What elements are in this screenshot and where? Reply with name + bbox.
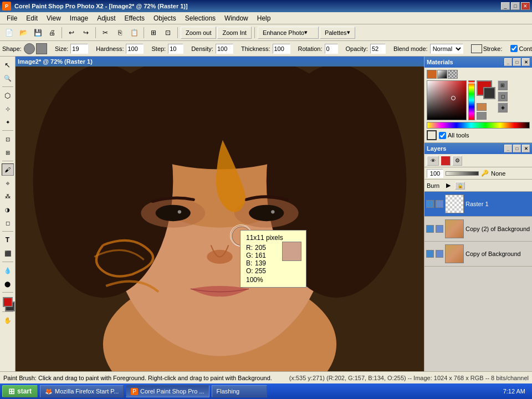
tab-gradient-icon[interactable] [437, 70, 447, 79]
taskbar-item-psp[interactable]: P Corel Paint Shop Pro ... [126, 385, 209, 397]
tool-text[interactable]: T [2, 234, 14, 246]
copy-button[interactable]: ⎘ [113, 27, 126, 39]
layers-maximize-button[interactable]: □ [513, 145, 521, 152]
menu-effects[interactable]: Effects [120, 13, 149, 23]
materials-maximize-button[interactable]: □ [513, 58, 521, 66]
tool-color-replace[interactable]: ⬤ [2, 278, 14, 290]
tab-color-icon[interactable] [427, 70, 437, 79]
layer-item-copy[interactable]: Copy of Background [424, 242, 532, 267]
menu-view[interactable]: View [42, 13, 65, 23]
hue-strip[interactable] [468, 80, 475, 120]
tool-eraser[interactable]: ◻ [2, 217, 14, 229]
layers-visibility-icon[interactable]: 👁 [427, 156, 439, 166]
layers-delete-button[interactable] [441, 156, 451, 166]
foreground-color-box[interactable] [3, 297, 13, 307]
layer-vis2-1[interactable] [436, 200, 443, 208]
tool-arrow[interactable]: ↖ [2, 59, 14, 71]
all-tools-checkbox[interactable] [439, 132, 446, 139]
paste-button[interactable]: 📋 [127, 27, 141, 39]
density-input[interactable] [216, 44, 233, 54]
tool-clone[interactable]: ⎆ [2, 177, 14, 189]
redo-button[interactable]: ↪ [79, 27, 93, 39]
layer-item-raster1[interactable]: Raster 1 [424, 192, 532, 217]
tool-shapes[interactable]: ⬛ [2, 247, 14, 259]
sat-val-container[interactable] [427, 80, 467, 120]
palettes-button[interactable]: Palettes▾ [320, 27, 355, 39]
hardness-input[interactable] [126, 44, 144, 54]
menu-help[interactable]: Help [253, 13, 275, 23]
undo-button[interactable]: ↩ [65, 27, 78, 39]
titlebar-controls[interactable]: _ □ ✕ [501, 2, 530, 10]
stroke-swatch[interactable] [471, 44, 482, 53]
menu-image[interactable]: Image [65, 13, 93, 23]
tool-magic-wand[interactable]: ✦ [2, 116, 14, 128]
materials-minimize-button[interactable]: _ [504, 58, 512, 66]
tool-crop[interactable]: ⊡ [2, 133, 14, 145]
maximize-button[interactable]: □ [511, 2, 520, 10]
shape-square[interactable] [36, 43, 47, 54]
tool-pan[interactable]: ✋ [2, 314, 14, 326]
layer-vis2-3[interactable] [436, 250, 443, 258]
menu-window[interactable]: Window [220, 13, 253, 23]
cut-button[interactable]: ✂ [99, 27, 112, 39]
crop-button[interactable]: ⊡ [161, 27, 175, 39]
tool-selection[interactable]: ⬡ [2, 89, 14, 101]
blend-mode-select[interactable]: Normal Burn Dodge Multiply [430, 44, 463, 54]
menu-edit[interactable]: Edit [22, 13, 42, 23]
rotation-input[interactable] [325, 44, 338, 54]
recent-color-1[interactable] [477, 103, 487, 111]
layers-new-button[interactable]: ⚙ [452, 156, 462, 166]
layer-lock-button[interactable]: 🔒 [455, 182, 465, 190]
thickness-input[interactable] [273, 44, 290, 54]
all-tools-label[interactable]: All tools [439, 132, 469, 139]
layers-close-button[interactable]: ✕ [522, 145, 530, 152]
layer-item-copy2[interactable]: Copy (2) of Background [424, 217, 532, 242]
new-button[interactable]: 📄 [2, 27, 16, 39]
mat-tool-3[interactable]: ◈ [498, 103, 508, 112]
step-input[interactable] [168, 44, 183, 54]
background-swatch[interactable] [483, 87, 495, 99]
layer-vis-1[interactable] [426, 200, 434, 208]
layer-vis2-2[interactable] [436, 225, 443, 233]
enhance-photo-button[interactable]: Enhance Photo▾ [258, 27, 319, 39]
stroke-swatch-mat[interactable] [427, 130, 437, 140]
opacity-slider[interactable] [446, 171, 479, 176]
tool-smear[interactable]: ⁂ [2, 190, 14, 202]
zoom-out-button[interactable]: Zoom out [181, 27, 216, 39]
tool-paint-brush[interactable]: 🖌 [2, 163, 14, 176]
save-button[interactable]: 💾 [31, 27, 44, 39]
open-button[interactable]: 📂 [17, 27, 30, 39]
print-button[interactable]: 🖨 [45, 27, 59, 39]
tool-lasso[interactable]: ⊹ [2, 103, 14, 115]
menu-file[interactable]: File [2, 13, 22, 23]
menu-objects[interactable]: Objects [149, 13, 181, 23]
taskbar-item-firefox[interactable]: 🦊 Mozilla Firefox Start P... [40, 385, 124, 397]
materials-close-button[interactable]: ✕ [522, 58, 530, 66]
minimize-button[interactable]: _ [501, 2, 510, 10]
mat-tool-1[interactable]: ⊞ [498, 80, 508, 90]
start-button[interactable]: ⊞ start [2, 385, 38, 397]
tab-pattern-icon[interactable] [448, 70, 458, 79]
tool-zoom[interactable]: 🔍 [2, 72, 14, 84]
menu-selections[interactable]: Selections [181, 13, 220, 23]
opacity-input[interactable] [370, 44, 386, 54]
size-input[interactable] [70, 44, 88, 54]
layers-minimize-button[interactable]: _ [504, 145, 512, 152]
layer-vis-2[interactable] [426, 225, 434, 233]
continuous-checkbox-label[interactable]: Continuous [510, 45, 532, 52]
tool-straighten[interactable]: ⊞ [2, 146, 14, 158]
canvas-image[interactable]: 11x11 pixels R: 205 G: 161 B: [16, 66, 424, 371]
tool-fill[interactable]: 💧 [2, 264, 14, 277]
canvas-area[interactable]: Image2* @ 72% (Raster 1) [16, 57, 424, 371]
continuous-checkbox[interactable] [510, 45, 518, 52]
close-button[interactable]: ✕ [521, 2, 530, 10]
tool-dodge-burn[interactable]: ◑ [2, 203, 14, 216]
deform-button[interactable]: ⊞ [147, 27, 160, 39]
zoom-in-button[interactable]: Zoom Int [217, 27, 251, 39]
menu-adjust[interactable]: Adjust [93, 13, 120, 23]
color-spectrum-bar[interactable] [427, 122, 530, 129]
layer-vis-3[interactable] [426, 250, 434, 258]
mat-tool-2[interactable]: ◻ [498, 91, 508, 101]
recent-color-2[interactable] [477, 112, 487, 120]
opacity-input[interactable] [427, 169, 443, 178]
